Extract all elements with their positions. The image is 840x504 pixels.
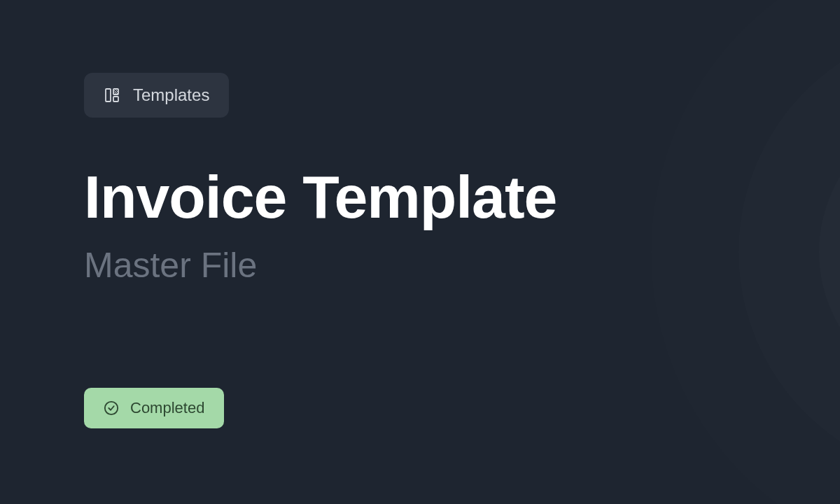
main-content: Templates Invoice Template Master File C… (0, 0, 840, 504)
templates-icon (104, 87, 120, 104)
page-subtitle: Master File (84, 245, 756, 286)
svg-point-6 (105, 402, 118, 414)
category-label: Templates (133, 85, 209, 105)
status-label: Completed (130, 399, 204, 417)
page-title: Invoice Template (84, 165, 756, 228)
status-badge: Completed (84, 388, 224, 428)
svg-rect-5 (113, 97, 118, 102)
check-circle-icon (104, 400, 119, 416)
svg-line-4 (116, 90, 118, 92)
title-section: Invoice Template Master File (84, 165, 756, 286)
category-badge: Templates (84, 73, 229, 118)
svg-rect-0 (106, 89, 111, 102)
